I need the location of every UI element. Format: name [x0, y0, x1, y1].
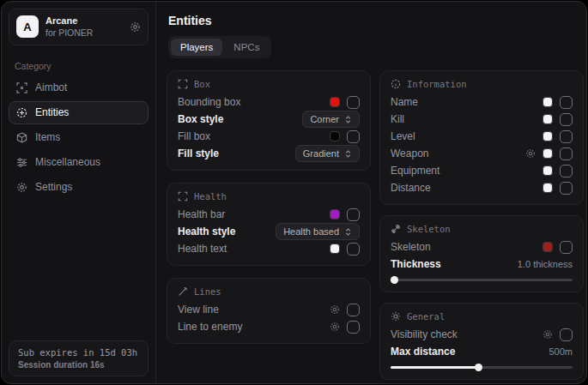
sidebar-item-items[interactable]: Items — [9, 126, 149, 149]
setting-row: Max distance 500m — [391, 343, 573, 360]
checkbox[interactable] — [560, 96, 573, 109]
color-swatch[interactable] — [330, 97, 340, 107]
setting-row: Name — [391, 93, 573, 111]
setting-label: Line to enemy — [178, 321, 242, 333]
setting-row: View line — [178, 301, 360, 318]
setting-label: Bounding box — [178, 96, 240, 108]
unfold-icon — [344, 116, 352, 123]
setting-label: Kill — [391, 113, 404, 125]
box-style-dropdown[interactable]: Corner — [302, 111, 360, 128]
setting-label: Visibility check — [391, 328, 458, 340]
setting-row: Equipment — [391, 162, 573, 179]
setting-label: Equipment — [391, 165, 439, 177]
lines-section: Lines View line — [167, 278, 371, 344]
color-swatch[interactable] — [543, 242, 553, 252]
tab-players[interactable]: Players — [171, 39, 222, 56]
setting-row: Box style Corner — [178, 111, 360, 128]
info-icon — [391, 79, 401, 89]
checkbox[interactable] — [347, 321, 360, 334]
sidebar-item-entities[interactable]: Entities — [9, 101, 149, 124]
checkbox[interactable] — [347, 130, 360, 143]
general-section: General Visibility check — [379, 303, 584, 380]
health-brackets-icon — [178, 191, 188, 202]
sidebar-item-aimbot[interactable]: Aimbot — [9, 76, 149, 99]
checkbox[interactable] — [347, 243, 360, 256]
sidebar: A Arcane for PIONER Category Aimbot — [2, 2, 156, 383]
checkbox[interactable] — [560, 241, 573, 254]
checkbox[interactable] — [560, 147, 573, 160]
slider-thumb[interactable] — [391, 276, 398, 284]
slider-thumb[interactable] — [475, 364, 482, 371]
sidebar-item-settings[interactable]: Settings — [9, 176, 149, 199]
slider-track — [391, 279, 573, 281]
color-swatch[interactable] — [543, 114, 553, 124]
setting-row: Visibility check — [391, 326, 573, 343]
setting-row: Fill style Gradient — [178, 145, 360, 162]
section-title: General — [407, 311, 445, 322]
checkbox[interactable] — [347, 96, 360, 109]
thickness-value: 1.0 thickness — [518, 259, 573, 269]
setting-label: Max distance — [391, 346, 455, 358]
checkbox[interactable] — [560, 130, 573, 143]
slider-fill — [391, 366, 478, 369]
setting-label: Distance — [391, 182, 431, 194]
color-swatch[interactable] — [543, 183, 553, 193]
cube-icon — [16, 132, 27, 143]
settings-gear-icon[interactable] — [130, 21, 141, 33]
setting-label: Fill style — [178, 147, 219, 159]
pencil-line-icon — [178, 286, 188, 297]
setting-row: Health text — [178, 240, 360, 257]
setting-row: Kill — [391, 111, 573, 128]
tab-bar: Players NPCs — [168, 36, 271, 58]
max-distance-value: 500m — [549, 346, 573, 357]
checkbox[interactable] — [347, 304, 360, 316]
color-swatch[interactable] — [543, 97, 553, 107]
setting-row: Health style Health based — [178, 223, 360, 240]
setting-label: Fill box — [178, 130, 210, 142]
color-swatch[interactable] — [543, 165, 553, 176]
bone-icon — [391, 224, 401, 234]
crosshair-icon — [16, 82, 27, 93]
health-section: Health Health bar Health style Health ba… — [167, 183, 371, 266]
sidebar-nav: Aimbot Entities Items — [2, 76, 155, 199]
color-swatch[interactable] — [543, 131, 553, 141]
checkbox[interactable] — [560, 182, 573, 195]
gear-icon — [16, 182, 27, 193]
checkbox[interactable] — [560, 113, 573, 126]
section-title: Skeleton — [407, 224, 451, 234]
setting-label: Box style — [178, 113, 223, 125]
sidebar-item-label: Items — [35, 131, 60, 143]
fill-style-dropdown[interactable]: Gradient — [295, 145, 360, 162]
checkbox[interactable] — [347, 208, 360, 221]
health-style-dropdown[interactable]: Health based — [276, 223, 360, 240]
subscription-card: Sub expires in 15d 03h Session duration … — [9, 340, 149, 376]
sidebar-item-miscellaneous[interactable]: Miscellaneous — [9, 151, 149, 174]
setting-label: Health style — [178, 226, 235, 238]
max-distance-slider[interactable] — [391, 364, 573, 371]
color-swatch[interactable] — [330, 244, 340, 254]
color-swatch[interactable] — [543, 148, 553, 159]
box-section: Box Bounding box Box style Corner — [167, 70, 371, 171]
tab-npcs[interactable]: NPCs — [224, 39, 269, 56]
row-gear-icon[interactable] — [330, 322, 340, 332]
entities-icon — [16, 107, 27, 118]
sub-expiry-text: Sub expires in 15d 03h — [18, 347, 139, 358]
unfold-icon — [344, 150, 352, 158]
row-gear-icon[interactable] — [330, 304, 340, 315]
unfold-icon — [344, 228, 352, 236]
sidebar-item-label: Entities — [35, 106, 69, 118]
setting-label: Weapon — [391, 147, 428, 159]
session-duration-text: Session duration 16s — [18, 360, 139, 370]
setting-row: Fill box — [178, 128, 360, 145]
color-swatch[interactable] — [330, 131, 340, 141]
setting-row: Skeleton — [391, 238, 573, 256]
skeleton-section: Skeleton Skeleton Thickness 1.0 thicknes… — [379, 215, 584, 292]
app-logo: A — [16, 15, 39, 38]
setting-label: Health text — [178, 243, 227, 255]
checkbox[interactable] — [560, 328, 573, 341]
thickness-slider[interactable] — [391, 276, 573, 284]
row-gear-icon[interactable] — [525, 148, 536, 159]
checkbox[interactable] — [560, 165, 573, 177]
row-gear-icon[interactable] — [543, 329, 553, 340]
color-swatch[interactable] — [330, 209, 340, 220]
